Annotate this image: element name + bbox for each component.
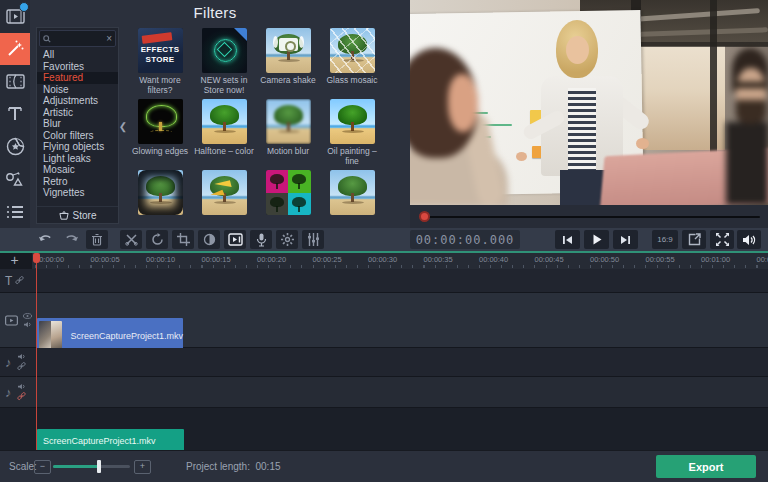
redo-button[interactable]: [60, 230, 82, 249]
seek-track[interactable]: [426, 216, 760, 218]
seek-handle[interactable]: [419, 211, 430, 222]
filter-tile[interactable]: Camera shake: [258, 28, 318, 99]
export-button[interactable]: Export: [656, 455, 756, 478]
close-icon[interactable]: ×: [106, 34, 112, 44]
sidebar-item-transitions[interactable]: [0, 65, 30, 98]
filter-category-item[interactable]: Retro: [37, 176, 118, 188]
filter-category-item[interactable]: Adjustments: [37, 95, 118, 107]
basket-icon: [59, 211, 69, 220]
filter-tile-label: Want more filters?: [130, 76, 190, 95]
clip-properties-icon: [228, 233, 243, 246]
add-track-button[interactable]: +: [6, 253, 23, 268]
undo-button[interactable]: [34, 230, 56, 249]
callout-shapes-icon: [5, 170, 25, 188]
filter-tile[interactable]: Glass mosaic: [322, 28, 382, 99]
crop-button[interactable]: [172, 230, 194, 249]
filter-category-item[interactable]: Blur: [37, 118, 118, 130]
title-track[interactable]: T: [0, 269, 768, 293]
filter-category-item[interactable]: Flying objects: [37, 141, 118, 153]
play-button[interactable]: [584, 230, 609, 249]
filter-tile[interactable]: [322, 170, 382, 228]
playhead-handle[interactable]: [33, 253, 40, 263]
filter-tile[interactable]: Motion blur: [258, 99, 318, 170]
filter-category-item[interactable]: Mosaic: [37, 164, 118, 176]
sidebar-item-stickers[interactable]: [0, 130, 30, 163]
preview-seekbar[interactable]: [410, 205, 768, 228]
eye-icon[interactable]: [23, 313, 32, 319]
sliders-icon: [307, 233, 320, 246]
filter-category-item[interactable]: Noise: [37, 84, 118, 96]
scale-slider[interactable]: [53, 465, 130, 468]
filter-category-item[interactable]: Vignettes: [37, 187, 118, 199]
filter-tile[interactable]: EFFECTS STORE Want more filters?: [130, 28, 190, 99]
filter-tile[interactable]: Glowing edges: [130, 99, 190, 170]
store-button[interactable]: Store: [37, 206, 118, 223]
sidebar-item-more-tools[interactable]: [0, 195, 30, 228]
fullscreen-icon: [716, 233, 729, 246]
next-frame-button[interactable]: [613, 230, 638, 249]
fullscreen-button[interactable]: [710, 230, 734, 249]
audio-track-2[interactable]: ♪: [0, 377, 768, 408]
sale-ribbon: [141, 32, 172, 44]
scale-slider-handle[interactable]: [97, 460, 101, 473]
speaker-icon[interactable]: [23, 321, 32, 328]
sidebar-item-titles[interactable]: [0, 98, 30, 131]
volume-button[interactable]: [737, 230, 761, 249]
record-voiceover-button[interactable]: [250, 230, 272, 249]
filter-category-item[interactable]: Light leaks: [37, 153, 118, 165]
color-adjustments-button[interactable]: [198, 230, 220, 249]
track-controls-button[interactable]: [302, 230, 324, 249]
search-input[interactable]: [53, 33, 104, 45]
filter-tile-label: Oil painting – fine: [322, 147, 382, 166]
zoom-in-button[interactable]: +: [134, 460, 151, 474]
filter-category-item[interactable]: Featured: [37, 72, 118, 84]
speaker-icon[interactable]: [17, 353, 26, 360]
collapse-panel-chevron[interactable]: ❮: [118, 115, 128, 137]
video-editor-window: Filters × All Favorites Featured Noise A…: [0, 0, 768, 482]
filter-tile[interactable]: [258, 170, 318, 228]
filter-category-item[interactable]: All: [37, 49, 118, 61]
filter-tile[interactable]: NEW sets in Store now!: [194, 28, 254, 99]
filter-search[interactable]: ×: [39, 30, 116, 47]
settings-button[interactable]: [276, 230, 298, 249]
filter-category-item[interactable]: Favorites: [37, 61, 118, 73]
timeline-ruler[interactable]: 00:00:0000:00:0500:00:1000:00:1500:00:20…: [32, 253, 768, 269]
filter-tile[interactable]: [194, 170, 254, 228]
share-button[interactable]: [682, 230, 706, 249]
previous-frame-button[interactable]: [555, 230, 580, 249]
filter-tile[interactable]: Oil painting – fine: [322, 99, 382, 170]
filter-categories-panel: × All Favorites Featured Noise Adjustmen…: [36, 27, 119, 224]
delete-button[interactable]: [86, 230, 108, 249]
audio-track-1[interactable]: ♪ ScreenCaptureProject1.mkv: [0, 348, 768, 377]
filter-thumbnail: [202, 99, 247, 144]
scissors-icon: [125, 233, 138, 246]
rotate-button[interactable]: [146, 230, 168, 249]
foreground-person-left: [410, 40, 516, 205]
filter-category-item[interactable]: Artistic: [37, 107, 118, 119]
cut-button[interactable]: [120, 230, 142, 249]
filter-tile[interactable]: [130, 170, 190, 228]
timeline-tracks: T: [0, 269, 768, 450]
gear-icon: [281, 233, 294, 246]
ruler-tick-label: 00:01:00: [701, 255, 730, 264]
link-icon[interactable]: [17, 362, 26, 371]
playhead-line: [36, 253, 37, 450]
sidebar-item-callouts[interactable]: [0, 163, 30, 196]
filter-tiles-grid: EFFECTS STORE Want more filters?: [130, 28, 406, 228]
redo-icon: [64, 233, 79, 246]
aspect-ratio-button[interactable]: 16:9: [652, 230, 678, 249]
filter-thumbnail: [202, 28, 247, 73]
sidebar-item-filters[interactable]: [0, 33, 30, 66]
zoom-out-button[interactable]: −: [34, 460, 51, 474]
video-track[interactable]: ScreenCaptureProject1.mkv: [0, 293, 768, 348]
filter-category-item[interactable]: Color filters: [37, 130, 118, 142]
link-icon[interactable]: [15, 276, 24, 285]
audio-clip[interactable]: ScreenCaptureProject1.mkv: [37, 429, 184, 452]
clip-properties-button[interactable]: [224, 230, 246, 249]
record-link-icon[interactable]: [17, 392, 26, 401]
filter-thumbnail: [266, 28, 311, 73]
sidebar-item-import[interactable]: [0, 0, 30, 33]
video-preview[interactable]: [410, 0, 768, 205]
filter-tile[interactable]: Halftone – color: [194, 99, 254, 170]
speaker-icon[interactable]: [17, 383, 26, 390]
